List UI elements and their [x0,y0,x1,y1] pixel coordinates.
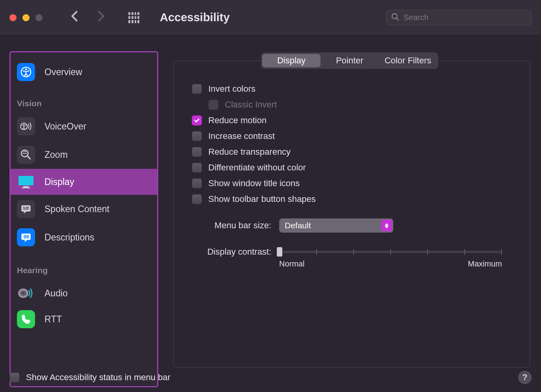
menu-bar-size-label: Menu bar size: [192,220,271,231]
check-reduce-motion[interactable] [192,115,202,126]
show-all-prefs-button[interactable] [128,12,139,23]
check-invert-colors-row: Invert colors [192,84,514,94]
sidebar-item-audio[interactable]: Audio [11,279,157,307]
sidebar-item-label: RTT [44,314,62,325]
menu-bar-size-select[interactable]: Default [279,218,393,233]
check-label: Differentiate without color [208,163,306,173]
sidebar-item-label: Spoken Content [44,204,109,214]
sidebar-item-label: Overview [44,67,82,78]
check-label: Show Accessibility status in menu bar [26,372,170,383]
accessibility-icon [17,63,35,81]
check-title-icons[interactable] [192,178,202,189]
sidebar-item-zoom[interactable]: Zoom [11,141,157,169]
check-label: Reduce motion [208,115,267,126]
check-increase-contrast[interactable] [192,131,202,141]
window-title: Accessibility [160,11,230,24]
sidebar-item-display[interactable]: Display [11,169,157,195]
sidebar-item-label: Display [44,177,74,187]
svg-point-19 [22,292,25,295]
check-label: Classic Invert [225,100,277,110]
tab-display[interactable]: Display [262,54,321,67]
zoom-icon [17,146,35,164]
display-contrast-label: Display contrast: [192,247,271,257]
check-invert-colors[interactable] [192,84,202,94]
svg-line-7 [27,156,30,159]
check-label: Reduce transparency [208,147,291,157]
select-value: Default [285,221,311,230]
sidebar-item-rtt[interactable]: RTT [11,307,157,331]
svg-rect-14 [23,209,29,209]
help-button[interactable]: ? [518,371,532,384]
svg-rect-8 [19,176,33,185]
close-button[interactable] [9,14,17,21]
check-label: Show toolbar button shapes [208,194,316,204]
check-classic-invert [208,100,219,110]
accessibility-window: Accessibility Overview Vision [0,0,541,392]
sidebar-item-label: VoiceOver [44,121,86,132]
check-label: Increase contrast [208,131,275,141]
back-button[interactable] [71,11,78,24]
titlebar: Accessibility [0,0,541,35]
sidebar: Overview Vision VoiceOver Zoom [9,51,158,387]
check-increase-contrast-row: Increase contrast [192,131,514,141]
search-input[interactable] [404,13,526,22]
check-differentiate[interactable] [192,163,202,173]
content-area: Display Pointer Color Filters Invert col… [168,51,532,387]
check-toolbar-shapes-row: Show toolbar button shapes [192,194,514,204]
tab-pointer[interactable]: Pointer [321,54,379,67]
tab-color-filters[interactable]: Color Filters [379,54,437,67]
search-icon [391,13,400,23]
traffic-lights [9,14,43,21]
sidebar-item-overview[interactable]: Overview [11,59,157,85]
check-status-menubar[interactable] [9,372,20,383]
slider-min-label: Normal [279,259,304,268]
sidebar-item-label: Descriptions [44,232,94,243]
display-icon [17,173,35,191]
minimize-button[interactable] [22,14,30,21]
zoom-button[interactable] [35,14,43,21]
check-reduce-transparency-row: Reduce transparency [192,147,514,157]
svg-point-3 [25,68,27,70]
nav-arrows [71,11,105,24]
forward-button [98,11,105,24]
bottom-bar: Show Accessibility status in menu bar ? [9,371,532,384]
check-classic-invert-row: Classic Invert [208,100,514,110]
audio-icon [17,284,35,302]
sidebar-item-descriptions[interactable]: 99 Descriptions [11,223,157,251]
slider-max-label: Maximum [468,259,502,268]
slider-thumb[interactable] [277,247,282,257]
check-reduce-motion-row: Reduce motion [192,115,514,126]
tab-bar: Display Pointer Color Filters [261,52,438,69]
check-differentiate-row: Differentiate without color [192,163,514,173]
check-title-icons-row: Show window title icons [192,178,514,189]
select-stepper-icon [381,220,392,231]
svg-text:99: 99 [24,234,29,240]
search-field[interactable] [386,10,532,26]
spoken-content-icon [17,200,35,218]
descriptions-icon: 99 [17,228,35,246]
sidebar-item-spoken-content[interactable]: Spoken Content [11,195,157,223]
menu-bar-size-row: Menu bar size: Default [192,218,514,233]
sidebar-category-hearing: Hearing [11,251,157,279]
check-label: Show window title icons [208,178,300,189]
svg-rect-10 [22,187,30,189]
svg-rect-12 [23,207,25,208]
body: Overview Vision VoiceOver Zoom [0,35,541,392]
check-toolbar-shapes[interactable] [192,194,202,204]
check-label: Invert colors [208,84,256,94]
display-panel: Invert colors Classic Invert Reduce moti… [173,61,530,368]
display-contrast-slider[interactable]: Normal Maximum [279,247,514,268]
svg-rect-9 [23,186,29,187]
display-contrast-row: Display contrast: Normal Maximum [192,247,514,268]
check-reduce-transparency[interactable] [192,147,202,157]
svg-rect-11 [21,205,30,211]
rtt-icon [17,310,35,328]
svg-line-1 [396,18,398,20]
check-status-menubar-row: Show Accessibility status in menu bar [9,372,170,383]
svg-point-5 [23,124,24,125]
svg-rect-13 [26,207,29,208]
sidebar-category-vision: Vision [11,85,157,112]
sidebar-item-voiceover[interactable]: VoiceOver [11,112,157,141]
sidebar-item-label: Zoom [44,150,68,160]
voiceover-icon [17,117,35,135]
